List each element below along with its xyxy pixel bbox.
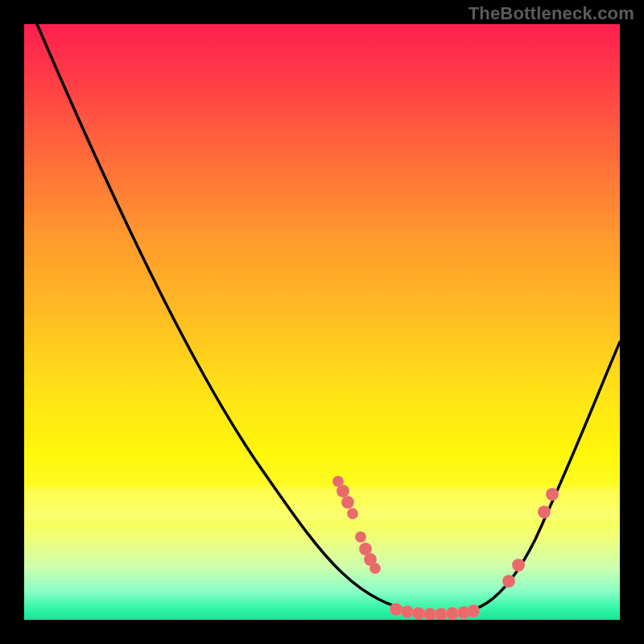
data-dot	[446, 607, 459, 620]
data-dot	[341, 496, 354, 509]
data-dot	[347, 508, 358, 519]
data-dot	[336, 485, 349, 497]
data-dot	[538, 506, 551, 518]
chart-svg	[24, 24, 620, 620]
data-dot	[355, 531, 366, 543]
data-dot	[401, 605, 414, 618]
data-dots-group	[332, 476, 559, 620]
data-dot	[369, 563, 381, 574]
data-dot	[512, 559, 525, 572]
chart-frame: TheBottleneck.com	[0, 0, 644, 644]
data-dot	[467, 605, 480, 617]
data-dot	[423, 608, 436, 620]
data-dot	[390, 603, 402, 616]
data-dot	[435, 608, 448, 620]
plot-area	[24, 24, 620, 620]
data-dot	[546, 488, 559, 501]
data-dot	[412, 607, 425, 620]
data-dot	[502, 575, 515, 588]
watermark-text: TheBottleneck.com	[469, 3, 634, 24]
bottleneck-curve	[37, 24, 620, 615]
